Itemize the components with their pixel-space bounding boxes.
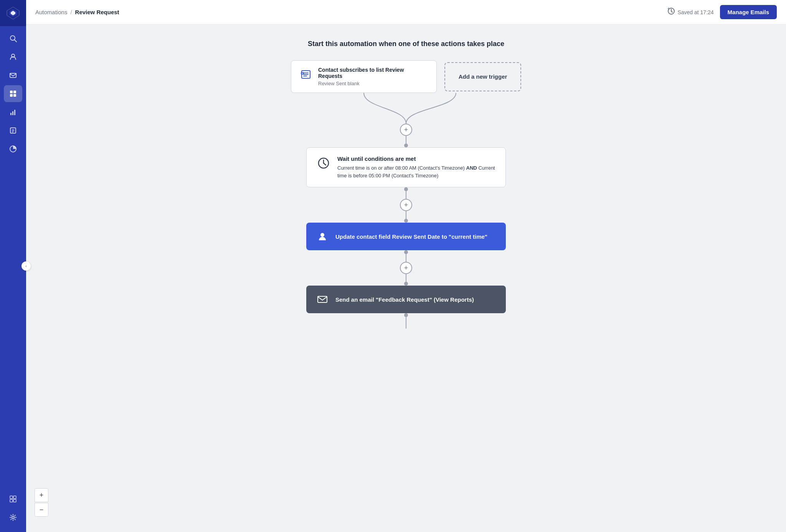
connector-3: + xyxy=(400,250,412,286)
converge-lines-svg xyxy=(291,93,521,124)
breadcrumb: Automations / Review Request xyxy=(35,9,119,15)
sidebar: ‹ xyxy=(0,0,26,532)
sidebar-nav xyxy=(4,26,22,487)
sidebar-item-automations[interactable] xyxy=(4,85,22,102)
sidebar-bottom xyxy=(4,487,22,532)
svg-rect-12 xyxy=(12,111,13,115)
svg-line-33 xyxy=(324,163,326,165)
zoom-in-icon: + xyxy=(40,491,44,499)
connector-line-3a xyxy=(406,254,406,262)
connector-4 xyxy=(404,313,408,329)
trigger-subtitle: Review Sent blank xyxy=(318,81,429,86)
trigger-card[interactable]: Contact subscribes to list Review Reques… xyxy=(291,60,437,93)
svg-rect-35 xyxy=(318,296,327,302)
connector-dot-4 xyxy=(404,313,408,317)
saved-status: Saved at 17:24 xyxy=(667,7,713,17)
zoom-out-button[interactable]: − xyxy=(35,503,48,517)
svg-rect-21 xyxy=(10,499,13,502)
email-step-card[interactable]: Send an email "Feedback Request" (View R… xyxy=(306,286,506,313)
svg-point-23 xyxy=(12,516,14,519)
connector-2: + xyxy=(400,187,412,223)
svg-rect-8 xyxy=(13,91,16,93)
add-trigger-card[interactable]: Add a new trigger xyxy=(444,62,521,91)
connector-dot-2b xyxy=(404,219,408,223)
add-step-btn-2[interactable]: + xyxy=(400,199,412,211)
sidebar-item-reports[interactable] xyxy=(4,104,22,121)
header-right: Saved at 17:24 Manage Emails xyxy=(667,5,777,19)
wait-step-desc: Current time is on or after 08:00 AM (Co… xyxy=(337,164,496,179)
wait-and-label: AND xyxy=(466,165,477,171)
connector-dot-1 xyxy=(404,144,408,147)
breadcrumb-current: Review Request xyxy=(75,9,119,15)
connector-dot-3b xyxy=(404,282,408,286)
svg-rect-11 xyxy=(10,113,12,115)
manage-emails-button[interactable]: Manage Emails xyxy=(720,5,777,19)
send-email-icon xyxy=(315,292,329,306)
connector-line-3b xyxy=(406,274,406,282)
svg-point-3 xyxy=(10,36,15,40)
wait-desc-part1: Current time is on or after 08:00 AM (Co… xyxy=(337,165,465,171)
connector-dot-3 xyxy=(404,250,408,254)
wait-step-content: Wait until conditions are met Current ti… xyxy=(337,155,496,179)
email-step-title: Send an email "Feedback Request" (View R… xyxy=(335,296,474,303)
svg-rect-14 xyxy=(10,128,16,133)
sidebar-item-widgets[interactable] xyxy=(4,491,22,507)
svg-rect-19 xyxy=(10,496,13,499)
automation-canvas[interactable]: Start this automation when one of these … xyxy=(26,25,786,532)
saved-label: Saved at 17:24 xyxy=(677,9,713,15)
trigger-row: Contact subscribes to list Review Reques… xyxy=(291,60,521,93)
flow-container: Start this automation when one of these … xyxy=(233,40,579,517)
header: Automations / Review Request Saved at 17… xyxy=(26,0,786,25)
connector-1: + xyxy=(400,124,412,147)
trigger-text: Contact subscribes to list Review Reques… xyxy=(318,67,429,86)
breadcrumb-parent[interactable]: Automations xyxy=(35,9,67,15)
sidebar-item-contacts[interactable] xyxy=(4,48,22,65)
action-step-card[interactable]: Update contact field Review Sent Date to… xyxy=(306,223,506,250)
svg-rect-10 xyxy=(13,94,16,97)
sidebar-item-forms[interactable] xyxy=(4,122,22,139)
svg-rect-7 xyxy=(10,91,13,93)
converge-area xyxy=(233,93,579,124)
connector-dot-2 xyxy=(404,187,408,191)
connector-line-4 xyxy=(406,317,406,329)
wait-step-title: Wait until conditions are met xyxy=(337,155,496,162)
breadcrumb-separator: / xyxy=(70,9,72,15)
connector-line-2a xyxy=(406,191,406,199)
svg-rect-20 xyxy=(13,496,16,499)
clock-icon xyxy=(316,155,331,171)
sidebar-item-charts[interactable] xyxy=(4,140,22,157)
svg-rect-13 xyxy=(14,110,15,115)
connector-line-1a xyxy=(406,136,406,144)
logo[interactable] xyxy=(0,0,26,26)
flow-title: Start this automation when one of these … xyxy=(308,40,504,48)
sidebar-item-settings[interactable] xyxy=(4,509,22,526)
zoom-controls: + − xyxy=(35,488,48,517)
connector-line-2b xyxy=(406,211,406,219)
add-step-btn-3[interactable]: + xyxy=(400,262,412,274)
add-step-btn-1[interactable]: + xyxy=(400,124,412,136)
action-step-title: Update contact field Review Sent Date to… xyxy=(335,233,487,240)
update-contact-icon xyxy=(315,230,329,243)
main-area: Automations / Review Request Saved at 17… xyxy=(26,0,786,532)
clock-history-icon xyxy=(667,7,675,17)
svg-rect-22 xyxy=(13,499,16,502)
svg-point-34 xyxy=(320,233,324,237)
trigger-title: Contact subscribes to list Review Reques… xyxy=(318,67,429,79)
trigger-list-icon xyxy=(299,68,313,81)
svg-line-4 xyxy=(15,40,17,42)
svg-rect-9 xyxy=(10,94,13,97)
sidebar-item-email[interactable] xyxy=(4,67,22,84)
add-trigger-label: Add a new trigger xyxy=(459,73,507,80)
sidebar-item-search[interactable] xyxy=(4,30,22,47)
zoom-out-icon: − xyxy=(40,506,44,514)
zoom-in-button[interactable]: + xyxy=(35,488,48,502)
sidebar-collapse-btn[interactable]: ‹ xyxy=(21,261,31,271)
wait-step-card[interactable]: Wait until conditions are met Current ti… xyxy=(306,147,506,187)
